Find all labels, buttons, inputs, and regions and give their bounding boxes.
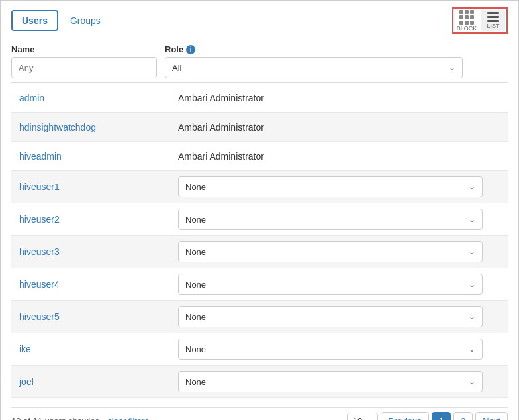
user-name-link[interactable]: hiveuser4	[19, 279, 60, 289]
top-nav: Users Groups BLOCK LIST	[11, 7, 508, 34]
user-role-select[interactable]: None⌄	[178, 306, 483, 327]
page-1-btn[interactable]: 1	[432, 412, 451, 420]
user-name-link[interactable]: hiveadmin	[19, 151, 62, 162]
bottom-bar: 10 of 11 users showing - clear filters 1…	[11, 407, 508, 420]
prev-page-btn[interactable]: Previous	[381, 412, 429, 420]
list-icon	[487, 12, 499, 22]
table-row: adminAmbari Administrator	[11, 83, 508, 113]
user-role-value: None	[185, 312, 206, 322]
table-row: hiveuser4None⌄	[11, 268, 508, 301]
user-name-link[interactable]: hdinsightwatchdog	[19, 122, 96, 132]
user-name-link[interactable]: admin	[19, 93, 44, 103]
role-filter-label: Role i	[165, 44, 463, 54]
role-info-icon[interactable]: i	[186, 45, 195, 54]
name-filter-group: Name	[11, 44, 157, 78]
user-role-text: Ambari Administrator	[178, 151, 264, 162]
user-name-link[interactable]: hiveuser3	[19, 246, 60, 257]
role-filter-group: Role i All ⌄	[165, 44, 463, 78]
user-role-value: None	[185, 280, 206, 289]
user-role-text: Ambari Administrator	[178, 93, 264, 103]
pagination: 10 ⌄ Previous 1 2 Next	[347, 412, 508, 420]
next-page-btn[interactable]: Next	[475, 412, 508, 420]
role-filter-select[interactable]: All ⌄	[165, 57, 463, 78]
role-select-chevron: ⌄	[469, 344, 475, 354]
role-select-chevron: ⌄	[469, 280, 475, 289]
role-select-chevron: ⌄	[469, 377, 475, 386]
user-name-link[interactable]: ike	[19, 344, 31, 354]
table-row: ikeNone⌄	[11, 333, 508, 366]
user-role-value: None	[185, 182, 206, 192]
table-row: hiveuser1None⌄	[11, 171, 508, 203]
user-name-link[interactable]: hiveuser2	[19, 214, 60, 225]
clear-filters-link[interactable]: clear filters	[107, 416, 149, 420]
showing-text: 10 of 11 users showing - clear filters	[11, 416, 149, 420]
user-role-select[interactable]: None⌄	[178, 241, 483, 262]
role-select-chevron: ⌄	[469, 182, 475, 191]
user-name-link[interactable]: hiveuser1	[19, 182, 60, 192]
tab-users[interactable]: Users	[11, 10, 58, 31]
name-filter-label: Name	[11, 44, 157, 54]
block-view-btn[interactable]: BLOCK	[455, 10, 479, 31]
nav-tabs: Users Groups	[11, 10, 110, 31]
tab-groups[interactable]: Groups	[61, 11, 110, 30]
view-toggle: BLOCK LIST	[452, 7, 508, 34]
table-row: hiveuser2None⌄	[11, 203, 508, 236]
table-row: hiveuser3None⌄	[11, 236, 508, 268]
role-filter-chevron: ⌄	[449, 63, 455, 72]
page-2-btn[interactable]: 2	[453, 412, 473, 420]
user-role-select[interactable]: None⌄	[178, 274, 483, 295]
user-name-link[interactable]: joel	[19, 376, 34, 387]
user-name-link[interactable]: hiveuser5	[19, 311, 60, 322]
user-role-value: None	[185, 215, 206, 225]
per-page-value: 10	[353, 416, 362, 420]
user-role-select[interactable]: None⌄	[178, 371, 483, 392]
table-row: hdinsightwatchdogAmbari Administrator	[11, 113, 508, 142]
user-role-select[interactable]: None⌄	[178, 339, 483, 360]
user-role-value: None	[185, 247, 206, 257]
per-page-chevron: ⌄	[365, 416, 372, 420]
role-select-chevron: ⌄	[469, 312, 475, 321]
filter-row: Name Role i All ⌄	[11, 44, 508, 78]
user-role-select[interactable]: None⌄	[178, 176, 483, 197]
table-row: joelNone⌄	[11, 366, 508, 398]
list-label: LIST	[487, 23, 499, 29]
grid-icon	[459, 10, 474, 25]
block-label: BLOCK	[457, 25, 477, 32]
per-page-select[interactable]: 10 ⌄	[347, 413, 378, 420]
user-role-select[interactable]: None⌄	[178, 209, 483, 230]
role-select-chevron: ⌄	[469, 215, 475, 224]
table-row: hiveadminAmbari Administrator	[11, 142, 508, 171]
name-filter-input[interactable]	[11, 57, 157, 78]
user-list: adminAmbari Administratorhdinsightwatchd…	[11, 83, 508, 398]
role-filter-value: All	[172, 63, 181, 73]
list-view-btn[interactable]: LIST	[481, 10, 505, 31]
role-select-chevron: ⌄	[469, 247, 475, 256]
user-role-value: None	[185, 344, 206, 354]
user-role-text: Ambari Administrator	[178, 122, 264, 132]
user-role-value: None	[185, 377, 206, 387]
table-row: hiveuser5None⌄	[11, 301, 508, 333]
